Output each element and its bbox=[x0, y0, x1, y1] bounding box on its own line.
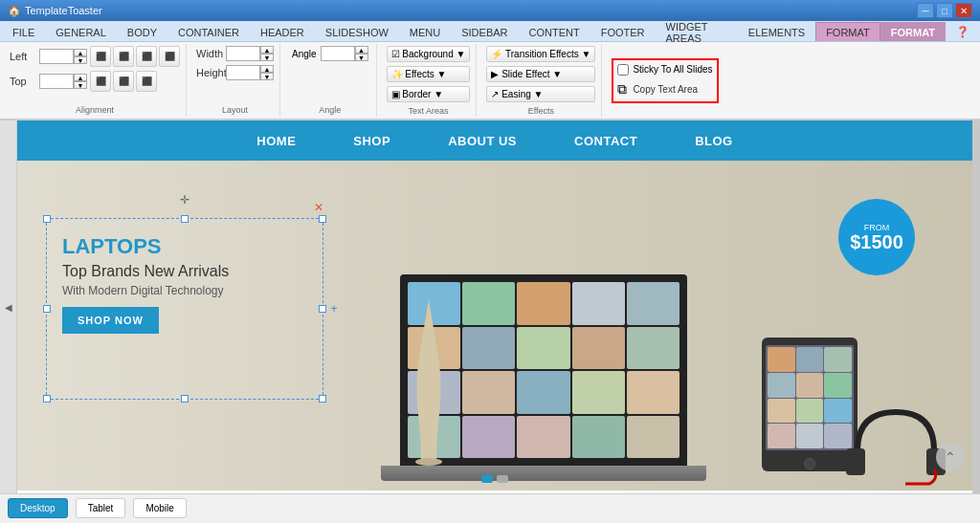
align-center-btn[interactable]: ⬛ bbox=[113, 46, 134, 67]
nav-about[interactable]: ABOUT US bbox=[448, 134, 517, 148]
align-justify-btn[interactable]: ⬛ bbox=[159, 46, 180, 67]
angle-arrows[interactable]: ▲ ▼ bbox=[355, 46, 368, 61]
handle-mr[interactable] bbox=[319, 305, 326, 313]
tab-desktop[interactable]: Desktop bbox=[8, 498, 68, 518]
ruler-arrow[interactable]: ◀ bbox=[5, 302, 12, 313]
valign-mid-btn[interactable]: ⬛ bbox=[113, 71, 134, 92]
angle-section-label: Angle bbox=[292, 105, 368, 115]
dot-1[interactable] bbox=[481, 475, 493, 483]
sticky-row[interactable]: Sticky To All Slides bbox=[617, 64, 712, 76]
effects-content: ⚡ Transition Effects ▼ ▶ Slide Effect ▼ … bbox=[486, 46, 595, 102]
tab-elements[interactable]: ELEMENTS bbox=[738, 22, 815, 41]
layout-label: Layout bbox=[196, 105, 274, 115]
tab-header[interactable]: HEADER bbox=[250, 22, 315, 41]
sticky-checkbox[interactable] bbox=[617, 64, 629, 76]
tab-sidebar[interactable]: SIDEBAR bbox=[451, 22, 518, 41]
tab-mobile[interactable]: Mobile bbox=[133, 498, 186, 518]
handle-tl[interactable] bbox=[43, 215, 51, 223]
scroll-up-button[interactable]: ⌃ bbox=[936, 443, 965, 471]
vase-svg bbox=[410, 299, 448, 490]
left-value-input[interactable]: 89 bbox=[39, 49, 74, 64]
tab-file[interactable]: FILE bbox=[2, 22, 45, 41]
tile-8 bbox=[517, 327, 569, 370]
handle-tm[interactable] bbox=[181, 215, 189, 223]
handle-bl[interactable] bbox=[43, 395, 51, 403]
move-icon[interactable]: ✛ bbox=[177, 192, 192, 207]
handle-bm[interactable] bbox=[181, 395, 189, 403]
tab-help[interactable]: ❓ bbox=[946, 22, 980, 41]
width-down[interactable]: ▼ bbox=[260, 54, 274, 61]
top-input[interactable]: 134 ▲ ▼ bbox=[39, 74, 87, 89]
width-row: Width 364 ▲ ▼ bbox=[196, 46, 274, 61]
tab-menu[interactable]: MENU bbox=[399, 22, 451, 41]
dot-2[interactable] bbox=[497, 475, 508, 483]
nav-shop[interactable]: SHOP bbox=[353, 134, 390, 148]
add-icon[interactable]: + bbox=[326, 301, 342, 316]
hero-text-box[interactable]: ✛ ✕ + LAPTOPS Top Brands New Arrivals Wi… bbox=[46, 218, 323, 400]
angle-value-input[interactable]: 0 bbox=[321, 46, 355, 61]
left-up[interactable]: ▲ bbox=[74, 49, 87, 56]
angle-down[interactable]: ▼ bbox=[355, 54, 368, 61]
close-button[interactable]: ✕ bbox=[955, 3, 972, 18]
valign-top-btn[interactable]: ⬛ bbox=[90, 71, 111, 92]
width-arrows[interactable]: ▲ ▼ bbox=[260, 46, 274, 61]
height-up[interactable]: ▲ bbox=[260, 65, 274, 73]
transition-effects-dropdown[interactable]: ⚡ Transition Effects ▼ bbox=[486, 46, 595, 62]
handle-ml[interactable] bbox=[43, 305, 51, 313]
top-value-input[interactable]: 134 bbox=[39, 74, 74, 89]
nav-home[interactable]: HOME bbox=[256, 134, 296, 148]
width-input[interactable]: 364 ▲ ▼ bbox=[226, 46, 274, 61]
valign-bot-btn[interactable]: ⬛ bbox=[136, 71, 157, 92]
angle-up[interactable]: ▲ bbox=[355, 46, 368, 54]
sticky-label: Sticky To All Slides bbox=[633, 64, 712, 75]
slide-effect-dropdown[interactable]: ▶ Slide Effect ▼ bbox=[486, 66, 595, 82]
left-row: Left 89 ▲ ▼ ⬛ ⬛ ⬛ ⬛ bbox=[10, 46, 180, 67]
tab-slideshow[interactable]: SLIDESHOW bbox=[315, 22, 399, 41]
left-arrows[interactable]: ▲ ▼ bbox=[74, 49, 87, 64]
align-right-btn[interactable]: ⬛ bbox=[136, 46, 157, 67]
tab-format-secondary[interactable]: FORMAT bbox=[815, 22, 880, 41]
border-dropdown[interactable]: ▣ Border ▼ bbox=[387, 86, 471, 102]
tab-general[interactable]: GENERAL bbox=[45, 22, 117, 41]
easing-dropdown[interactable]: ↗ Easing ▼ bbox=[486, 86, 595, 102]
shop-now-button[interactable]: SHOP NOW bbox=[62, 307, 159, 334]
top-arrows[interactable]: ▲ ▼ bbox=[74, 74, 87, 89]
nav-blog[interactable]: BLOG bbox=[695, 134, 733, 148]
tablet-tile-2 bbox=[796, 347, 824, 372]
tab-format-primary[interactable]: FORMAT bbox=[880, 22, 946, 41]
copy-row[interactable]: ⧉ Copy Text Area bbox=[617, 81, 712, 98]
height-value-input[interactable]: 217 bbox=[226, 65, 260, 80]
effects-label: Effects bbox=[486, 106, 595, 116]
background-dropdown[interactable]: ☑ Background ▼ bbox=[387, 46, 471, 62]
title-bar-controls[interactable]: ─ □ ✕ bbox=[917, 3, 972, 18]
tab-content[interactable]: CONTENT bbox=[519, 22, 590, 41]
left-down[interactable]: ▼ bbox=[74, 56, 87, 64]
maximize-button[interactable]: □ bbox=[936, 3, 953, 18]
effects-dropdown[interactable]: ✨ Effects ▼ bbox=[387, 66, 471, 82]
top-up[interactable]: ▲ bbox=[74, 74, 87, 81]
tab-container[interactable]: CONTAINER bbox=[167, 22, 250, 41]
top-down[interactable]: ▼ bbox=[74, 81, 87, 89]
tab-widget-areas[interactable]: WIDGET AREAS bbox=[656, 22, 738, 41]
width-up[interactable]: ▲ bbox=[260, 46, 274, 54]
handle-br[interactable] bbox=[319, 395, 326, 403]
angle-input[interactable]: 0 ▲ ▼ bbox=[321, 46, 368, 61]
left-input[interactable]: 89 ▲ ▼ bbox=[39, 49, 87, 64]
handle-tr[interactable] bbox=[319, 215, 326, 223]
height-input[interactable]: 217 ▲ ▼ bbox=[226, 65, 274, 80]
nav-contact[interactable]: CONTACT bbox=[574, 134, 637, 148]
tab-tablet[interactable]: Tablet bbox=[76, 498, 126, 518]
tab-footer[interactable]: FOOTER bbox=[590, 22, 656, 41]
close-box-icon[interactable]: ✕ bbox=[311, 200, 326, 215]
tab-body[interactable]: BODY bbox=[117, 22, 167, 41]
height-down[interactable]: ▼ bbox=[260, 73, 274, 80]
width-value-input[interactable]: 364 bbox=[226, 46, 260, 61]
format-panel: Sticky To All Slides ⧉ Copy Text Area bbox=[606, 44, 724, 117]
vase-decoration bbox=[410, 299, 448, 490]
tile-18 bbox=[517, 416, 569, 459]
minimize-button[interactable]: ─ bbox=[917, 3, 934, 18]
align-left-btn[interactable]: ⬛ bbox=[90, 46, 111, 67]
top-label: Top bbox=[10, 76, 36, 87]
copy-label[interactable]: Copy Text Area bbox=[633, 84, 698, 95]
height-arrows[interactable]: ▲ ▼ bbox=[260, 65, 274, 80]
